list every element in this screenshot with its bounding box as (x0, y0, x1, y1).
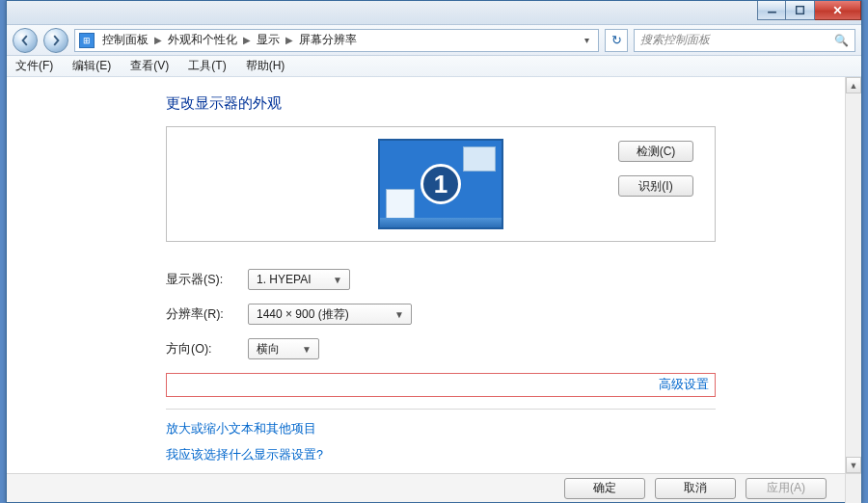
advanced-settings-link[interactable]: 高级设置 (166, 373, 716, 397)
orientation-select-value: 横向 (257, 341, 280, 357)
chevron-right-icon: ▶ (239, 35, 255, 45)
chevron-down-icon: ▼ (392, 309, 407, 320)
label-orientation: 方向(O): (166, 341, 248, 357)
window-miniature-icon (463, 146, 496, 172)
search-placeholder: 搜索控制面板 (640, 32, 710, 48)
which-settings-link[interactable]: 我应该选择什么显示器设置? (166, 447, 845, 463)
taskbar-miniature (380, 218, 502, 227)
control-panel-icon: ⊞ (79, 33, 95, 48)
ok-button[interactable]: 确定 (564, 478, 645, 499)
resolution-select[interactable]: 1440 × 900 (推荐) ▼ (248, 304, 412, 325)
row-orientation: 方向(O): 横向 ▼ (166, 338, 845, 359)
maximize-button[interactable] (786, 1, 815, 20)
breadcrumb-item[interactable]: 外观和个性化 (166, 32, 239, 48)
cancel-button[interactable]: 取消 (655, 478, 736, 499)
monitor-number-badge: 1 (420, 164, 461, 204)
orientation-select[interactable]: 横向 ▼ (248, 338, 319, 359)
scrollbar-footer (845, 474, 861, 503)
scroll-up-button[interactable]: ▲ (846, 77, 861, 93)
forward-button[interactable] (43, 28, 68, 53)
text-size-link[interactable]: 放大或缩小文本和其他项目 (166, 421, 845, 437)
chevron-right-icon: ▶ (282, 35, 297, 45)
breadcrumb-item[interactable]: 控制面板 (100, 32, 150, 48)
nav-row: ⊞ 控制面板 ▶ 外观和个性化 ▶ 显示 ▶ 屏幕分辨率 ▾ ↻ 搜索控制面板 … (7, 25, 861, 56)
vertical-scrollbar[interactable]: ▲ ▼ (845, 77, 861, 473)
window: ⊞ 控制面板 ▶ 外观和个性化 ▶ 显示 ▶ 屏幕分辨率 ▾ ↻ 搜索控制面板 … (6, 0, 862, 503)
menu-bar: 文件(F) 编辑(E) 查看(V) 工具(T) 帮助(H) (7, 56, 861, 77)
menu-edit[interactable]: 编辑(E) (69, 57, 114, 75)
label-display: 显示器(S): (166, 272, 248, 288)
search-icon[interactable]: 🔍 (834, 34, 849, 47)
svg-rect-1 (797, 7, 804, 14)
chevron-down-icon: ▼ (299, 344, 314, 355)
address-dropdown-icon[interactable]: ▾ (579, 35, 594, 45)
row-resolution: 分辨率(R): 1440 × 900 (推荐) ▼ (166, 304, 845, 325)
preview-side-buttons: 检测(C) 识别(I) (618, 141, 693, 197)
identify-button[interactable]: 识别(I) (618, 175, 693, 197)
row-display: 显示器(S): 1. HYEPAI ▼ (166, 269, 845, 290)
content: 更改显示器的外观 1 检测(C) 识别(I) 显示器(S): 1. HYEPAI (7, 77, 845, 473)
monitor-thumbnail[interactable]: 1 (378, 139, 503, 229)
divider (166, 409, 716, 410)
breadcrumb-item[interactable]: 屏幕分辨率 (297, 32, 359, 48)
refresh-button[interactable]: ↻ (605, 29, 628, 52)
window-miniature-icon (386, 189, 415, 222)
back-button[interactable] (13, 28, 38, 53)
resolution-select-value: 1440 × 900 (推荐) (257, 306, 349, 323)
menu-help[interactable]: 帮助(H) (243, 57, 288, 75)
menu-tools[interactable]: 工具(T) (185, 57, 229, 75)
close-button[interactable] (815, 1, 861, 20)
caption-buttons (757, 1, 861, 20)
breadcrumb-item[interactable]: 显示 (255, 32, 282, 48)
apply-button[interactable]: 应用(A) (746, 478, 827, 499)
titlebar[interactable] (7, 1, 861, 25)
chevron-right-icon: ▶ (150, 35, 166, 45)
address-bar[interactable]: ⊞ 控制面板 ▶ 外观和个性化 ▶ 显示 ▶ 屏幕分辨率 ▾ (74, 29, 599, 52)
minimize-button[interactable] (757, 1, 786, 20)
label-resolution: 分辨率(R): (166, 306, 248, 323)
display-select[interactable]: 1. HYEPAI ▼ (248, 269, 350, 290)
display-preview-box: 1 检测(C) 识别(I) (166, 126, 716, 242)
menu-file[interactable]: 文件(F) (13, 57, 56, 75)
search-input[interactable]: 搜索控制面板 🔍 (634, 29, 855, 52)
scroll-down-button[interactable]: ▼ (846, 457, 861, 473)
content-wrap: 更改显示器的外观 1 检测(C) 识别(I) 显示器(S): 1. HYEPAI (7, 77, 861, 473)
menu-view[interactable]: 查看(V) (127, 57, 172, 75)
footer-bar: 确定 取消 应用(A) (7, 473, 861, 502)
detect-button[interactable]: 检测(C) (618, 141, 693, 162)
chevron-down-icon: ▼ (330, 275, 345, 285)
page-title: 更改显示器的外观 (166, 94, 845, 113)
display-select-value: 1. HYEPAI (257, 273, 311, 286)
